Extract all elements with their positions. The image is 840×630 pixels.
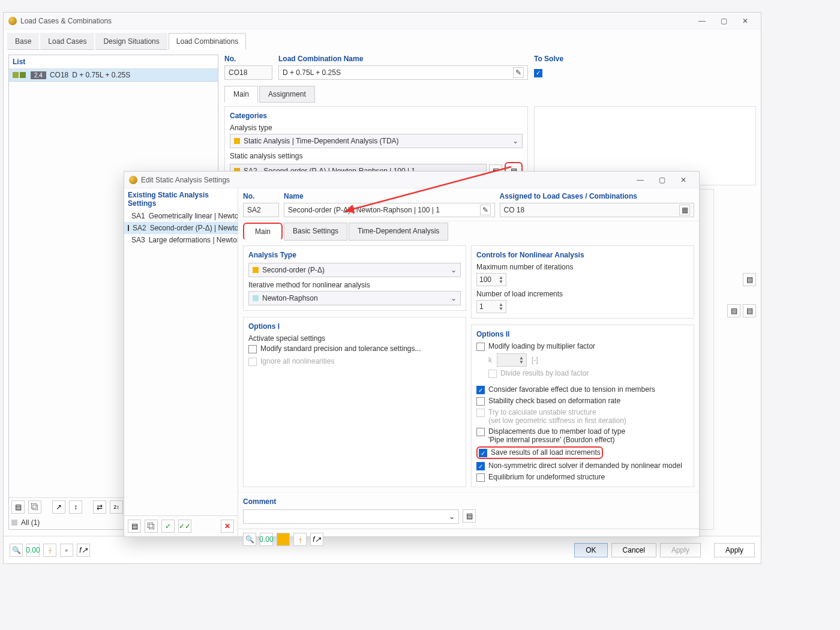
- side-tool-icon[interactable]: ▤: [743, 273, 756, 286]
- dlg-no-field[interactable]: SA2: [243, 203, 279, 217]
- tree-icon[interactable]: ⟊: [43, 544, 56, 557]
- minimize-icon[interactable]: —: [629, 176, 651, 184]
- side-tool-icon[interactable]: ▤: [743, 304, 756, 317]
- search-icon[interactable]: 🔍: [243, 533, 256, 546]
- chevron-down-icon: ⌄: [451, 266, 457, 274]
- dlg-name-field[interactable]: Second-order (P-Δ) | Newton-Raphson | 10…: [284, 203, 495, 217]
- units-icon[interactable]: 0.00: [26, 544, 40, 557]
- name-field[interactable]: D + 0.75L + 0.25S ✎: [278, 65, 528, 80]
- color-chip: [20, 72, 26, 78]
- analysis-type-label: Analysis type: [230, 124, 523, 132]
- categories-title: Categories: [230, 112, 523, 120]
- search-icon[interactable]: 🔍: [10, 544, 23, 557]
- sa-row[interactable]: SA1 Geometrically linear | Newton-: [124, 210, 238, 222]
- tab-base[interactable]: Base: [7, 33, 39, 50]
- comment-edit-icon[interactable]: ▤: [463, 509, 476, 523]
- blank-icon[interactable]: ▫: [60, 544, 73, 557]
- list-item[interactable]: 2.4 CO18 D + 0.75L + 0.25S: [9, 69, 218, 82]
- new-icon[interactable]: ▤: [128, 520, 141, 533]
- minimize-icon[interactable]: —: [691, 17, 713, 25]
- max-iter-spinner[interactable]: 100▲▼: [476, 273, 506, 286]
- main-tabs: Base Load Cases Design Situations Load C…: [4, 29, 761, 50]
- edit-name-icon[interactable]: ✎: [513, 67, 524, 78]
- color-icon[interactable]: [277, 533, 290, 546]
- dlg-tab-tda[interactable]: Time-Dependent Analysis: [349, 223, 448, 241]
- incr-spinner[interactable]: 1▲▼: [476, 300, 506, 313]
- color-chip: [234, 138, 240, 144]
- options1-group: Options I Activate special settings Modi…: [243, 317, 466, 487]
- subtab-main[interactable]: Main: [224, 86, 258, 103]
- k-spinner: ▲▼: [497, 353, 527, 367]
- assigned-label: Assigned to Load Cases / Combinations: [500, 192, 694, 200]
- main-titlebar: Load Cases & Combinations — ▢ ✕: [4, 13, 761, 29]
- tab-design-situations[interactable]: Design Situations: [95, 33, 167, 50]
- tree-icon[interactable]: ⟊: [293, 533, 307, 546]
- color-chip: [128, 225, 129, 231]
- iter-method-combo[interactable]: Newton-Raphson ⌄: [248, 291, 461, 305]
- analysis-type-combo[interactable]: Second-order (P-Δ) ⌄: [248, 263, 461, 277]
- max-iter-label: Maximum number of iterations: [476, 263, 689, 271]
- tool-a-icon[interactable]: ↗: [52, 500, 65, 514]
- check-icon[interactable]: ✓: [161, 520, 175, 533]
- k-label: k: [488, 356, 492, 364]
- fx-icon[interactable]: f↗: [77, 544, 90, 557]
- solve-label: To Solve: [534, 55, 756, 63]
- incr-label: Number of load increments: [476, 290, 689, 298]
- arrows-icon[interactable]: ⇄: [93, 500, 106, 514]
- color-chip: [253, 267, 259, 273]
- favorable-checkbox[interactable]: ✓Consider favorable effect due to tensio…: [476, 385, 689, 394]
- subtab-assignment[interactable]: Assignment: [259, 86, 315, 103]
- equilibrium-checkbox[interactable]: Equilibrium for undeformed structure: [476, 473, 689, 482]
- dlg-name-label: Name: [284, 192, 495, 200]
- dialog-window: Edit Static Analysis Settings — ▢ ✕ Exis…: [124, 171, 700, 537]
- nonsym-checkbox[interactable]: ✓Non-symmetric direct solver if demanded…: [476, 461, 689, 470]
- all-label: All (1): [21, 518, 40, 527]
- app-icon: [8, 17, 17, 25]
- list-desc: D + 0.75L + 0.25S: [72, 71, 130, 79]
- dialog-title: Edit Static Analysis Settings: [141, 176, 629, 184]
- no-field[interactable]: CO18: [224, 65, 272, 80]
- copy-icon[interactable]: ⿻: [145, 520, 158, 533]
- dlg-tab-main[interactable]: Main: [243, 223, 283, 241]
- assigned-field[interactable]: CO 18 ▦: [500, 203, 694, 217]
- list-header: List: [9, 55, 218, 69]
- comment-combo[interactable]: ⌄: [243, 509, 459, 524]
- save-increments-checkbox[interactable]: ✓Save results of all load increments: [476, 446, 603, 459]
- close-icon[interactable]: ✕: [734, 17, 756, 25]
- dlg-no-label: No.: [243, 192, 279, 200]
- maximize-icon[interactable]: ▢: [713, 17, 734, 25]
- analysis-type-combo[interactable]: Static Analysis | Time-Dependent Analysi…: [230, 134, 523, 148]
- sas-label: Static analysis settings: [230, 152, 523, 160]
- copy-icon[interactable]: ⿻: [28, 500, 41, 514]
- maximize-icon[interactable]: ▢: [651, 176, 673, 184]
- side-tool-icon[interactable]: ▤: [727, 304, 740, 317]
- sa-list-header: Existing Static Analysis Settings: [124, 188, 238, 210]
- units-icon[interactable]: 0.00: [260, 533, 273, 546]
- apply-button[interactable]: Apply: [714, 543, 755, 557]
- delete-icon[interactable]: ✕: [221, 520, 234, 533]
- sa-list-panel: Existing Static Analysis Settings SA1 Ge…: [124, 188, 238, 536]
- close-icon[interactable]: ✕: [673, 176, 694, 184]
- sort-icon[interactable]: 2↕: [110, 500, 123, 514]
- fx-icon[interactable]: f↗: [310, 533, 323, 546]
- stability-checkbox[interactable]: Stability check based on deformation rat…: [476, 397, 689, 406]
- list-code: CO18: [50, 71, 68, 79]
- grid-icon[interactable]: ▦: [679, 205, 690, 215]
- tab-load-cases[interactable]: Load Cases: [40, 33, 94, 50]
- tab-load-combinations[interactable]: Load Combinations: [169, 33, 246, 50]
- analysis-type-group: Analysis Type Second-order (P-Δ) ⌄ Itera…: [243, 245, 466, 311]
- modify-precision-checkbox[interactable]: Modify standard precision and tolerance …: [248, 344, 461, 353]
- new-icon[interactable]: ▤: [11, 500, 25, 514]
- sa-row[interactable]: SA2 Second-order (P-Δ) | Newton-R: [124, 222, 238, 234]
- displacements-checkbox[interactable]: Displacements due to member load of type…: [476, 427, 689, 444]
- filter-chip[interactable]: [11, 520, 17, 526]
- edit-icon[interactable]: ✎: [480, 205, 491, 215]
- tool-b-icon[interactable]: ↕: [69, 500, 82, 514]
- color-chip: [253, 295, 259, 301]
- check-all-icon[interactable]: ✓✓: [178, 520, 191, 533]
- sa-row[interactable]: SA3 Large deformations | Newton-: [124, 234, 238, 246]
- to-solve-checkbox[interactable]: ✓: [534, 69, 542, 77]
- modify-loading-checkbox[interactable]: Modify loading by multiplier factor: [476, 342, 689, 351]
- dialog-titlebar: Edit Static Analysis Settings — ▢ ✕: [124, 172, 699, 188]
- dlg-tab-basic[interactable]: Basic Settings: [284, 223, 347, 241]
